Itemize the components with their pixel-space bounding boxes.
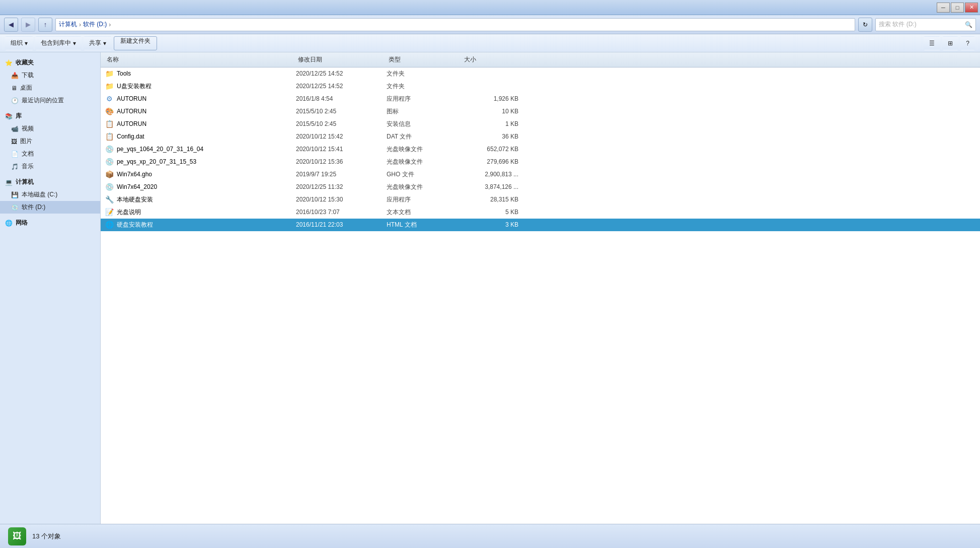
- sidebar-favorites-label: 收藏夹: [16, 58, 34, 67]
- sidebar-item-video[interactable]: 📹 视频: [0, 122, 100, 135]
- sidebar-item-downloads[interactable]: 📥 下载: [0, 69, 100, 82]
- breadcrumb-drive[interactable]: 软件 (D:): [83, 20, 107, 29]
- col-name[interactable]: 名称: [105, 54, 296, 65]
- downloads-label: 下载: [22, 71, 34, 80]
- file-type: 光盘映像文件: [387, 158, 462, 166]
- table-row[interactable]: 📁 Tools 2020/12/25 14:52 文件夹: [101, 67, 980, 80]
- up-button[interactable]: ↑: [38, 18, 52, 32]
- sidebar-network-section: 🌐 网络: [0, 217, 100, 229]
- breadcrumb-computer[interactable]: 计算机: [59, 20, 77, 29]
- sidebar-item-local-d[interactable]: 💿 软件 (D:): [0, 201, 100, 214]
- file-name-text: 硬盘安装教程: [117, 221, 153, 229]
- file-name-text: 光盘说明: [117, 208, 141, 217]
- recent-label: 最近访问的位置: [22, 96, 64, 105]
- document-label: 文档: [22, 150, 34, 158]
- table-row[interactable]: 🔧 本地硬盘安装 2020/10/12 15:30 应用程序 28,315 KB: [101, 193, 980, 206]
- file-name-cell: 📋 AUTORUN: [105, 119, 296, 128]
- file-size: 1 KB: [462, 120, 522, 127]
- document-icon: 📄: [11, 151, 19, 158]
- sidebar-computer-section: 💻 计算机 💾 本地磁盘 (C:) 💿 软件 (D:): [0, 176, 100, 214]
- local-d-icon: 💿: [11, 204, 19, 211]
- file-name-cell: 💿 Win7x64_2020: [105, 182, 296, 191]
- table-row[interactable]: 📋 Config.dat 2020/10/12 15:42 DAT 文件 36 …: [101, 130, 980, 143]
- file-type: 文件夹: [387, 82, 462, 91]
- help-button[interactable]: ?: [960, 36, 975, 50]
- table-row[interactable]: 📁 U盘安装教程 2020/12/25 14:52 文件夹: [101, 80, 980, 93]
- table-row[interactable]: 💿 pe_yqs_1064_20_07_31_16_04 2020/10/12 …: [101, 143, 980, 156]
- image-icon: 🖼: [11, 138, 17, 145]
- file-name-text: pe_yqs_xp_20_07_31_15_53: [117, 158, 196, 165]
- sidebar-item-music[interactable]: 🎵 音乐: [0, 160, 100, 173]
- view-button[interactable]: ☰: [924, 36, 940, 50]
- share-label: 共享: [89, 39, 101, 47]
- sidebar-network-label: 网络: [16, 219, 28, 227]
- organize-arrow: ▾: [25, 40, 28, 47]
- search-box[interactable]: 搜索 软件 (D:) 🔍: [875, 18, 976, 31]
- file-type: DAT 文件: [387, 132, 462, 141]
- file-size: 3 KB: [462, 221, 522, 228]
- sidebar-item-recent[interactable]: 🕐 最近访问的位置: [0, 94, 100, 107]
- local-c-icon: 💾: [11, 191, 19, 198]
- file-name-cell: 📦 Win7x64.gho: [105, 170, 296, 179]
- include-library-button[interactable]: 包含到库中 ▾: [35, 36, 82, 50]
- file-size: 10 KB: [462, 108, 522, 115]
- file-type: 应用程序: [387, 95, 462, 103]
- forward-button[interactable]: ▶: [21, 18, 35, 32]
- table-row[interactable]: 📝 光盘说明 2016/10/23 7:07 文本文档 5 KB: [101, 206, 980, 219]
- breadcrumb[interactable]: 计算机 › 软件 (D:) ›: [55, 18, 855, 31]
- file-size: 652,072 KB: [462, 146, 522, 153]
- file-type: 安装信息: [387, 120, 462, 128]
- sidebar-library-header[interactable]: 📚 库: [0, 110, 100, 122]
- file-name-cell: 🔧 本地硬盘安装: [105, 195, 296, 204]
- file-name-cell: 💿 pe_yqs_xp_20_07_31_15_53: [105, 157, 296, 166]
- sidebar-item-image[interactable]: 🖼 图片: [0, 135, 100, 148]
- table-row[interactable]: 🌐 硬盘安装教程 2016/11/21 22:03 HTML 文档 3 KB: [101, 219, 980, 231]
- network-icon: 🌐: [5, 220, 13, 227]
- organize-button[interactable]: 组织 ▾: [5, 36, 33, 50]
- table-row[interactable]: 🎨 AUTORUN 2015/5/10 2:45 图标 10 KB: [101, 105, 980, 118]
- maximize-button[interactable]: □: [951, 3, 964, 13]
- view-toggle-button[interactable]: ⊞: [942, 36, 958, 50]
- file-type: 光盘映像文件: [387, 183, 462, 191]
- file-icon: 💿: [105, 182, 114, 191]
- refresh-button[interactable]: ↻: [858, 18, 872, 32]
- back-button[interactable]: ◀: [4, 18, 18, 32]
- file-size: 279,696 KB: [462, 158, 522, 165]
- file-icon: 🔧: [105, 195, 114, 204]
- desktop-icon: 🖥: [11, 85, 17, 92]
- close-button[interactable]: ✕: [965, 3, 978, 13]
- file-name-text: 本地硬盘安装: [117, 195, 153, 204]
- file-name-cell: 📁 Tools: [105, 69, 296, 78]
- sidebar-network-header[interactable]: 🌐 网络: [0, 217, 100, 229]
- sidebar-item-local-c[interactable]: 💾 本地磁盘 (C:): [0, 188, 100, 201]
- file-name-text: Tools: [117, 70, 131, 77]
- new-folder-button[interactable]: 新建文件夹: [114, 36, 157, 50]
- col-modified[interactable]: 修改日期: [296, 54, 387, 65]
- sidebar-item-document[interactable]: 📄 文档: [0, 148, 100, 160]
- file-name-cell: 📁 U盘安装教程: [105, 82, 296, 91]
- share-button[interactable]: 共享 ▾: [84, 36, 112, 50]
- table-row[interactable]: 📋 AUTORUN 2015/5/10 2:45 安装信息 1 KB: [101, 118, 980, 130]
- minimize-button[interactable]: ─: [937, 3, 950, 13]
- main-content: ⭐ 收藏夹 📥 下载 🖥 桌面 🕐 最近访问的位置 📚 库 📹: [0, 52, 980, 524]
- local-d-label: 软件 (D:): [22, 203, 45, 212]
- file-date: 2020/12/25 14:52: [296, 70, 387, 77]
- sidebar-favorites-header[interactable]: ⭐ 收藏夹: [0, 56, 100, 69]
- table-row[interactable]: ⚙ AUTORUN 2016/1/8 4:54 应用程序 1,926 KB: [101, 93, 980, 105]
- table-row[interactable]: 💿 Win7x64_2020 2020/12/25 11:32 光盘映像文件 3…: [101, 181, 980, 193]
- file-size: 3,874,126 ...: [462, 183, 522, 190]
- col-type[interactable]: 类型: [387, 54, 462, 65]
- music-icon: 🎵: [11, 163, 19, 170]
- file-date: 2015/5/10 2:45: [296, 108, 387, 115]
- file-icon: 💿: [105, 145, 114, 154]
- table-row[interactable]: 📦 Win7x64.gho 2019/9/7 19:25 GHO 文件 2,90…: [101, 168, 980, 181]
- file-size: 36 KB: [462, 133, 522, 140]
- file-type: GHO 文件: [387, 170, 462, 179]
- table-row[interactable]: 💿 pe_yqs_xp_20_07_31_15_53 2020/10/12 15…: [101, 156, 980, 168]
- sidebar-computer-header[interactable]: 💻 计算机: [0, 176, 100, 188]
- toolbar: 组织 ▾ 包含到库中 ▾ 共享 ▾ 新建文件夹 ☰ ⊞ ?: [0, 34, 980, 52]
- file-size: 28,315 KB: [462, 196, 522, 203]
- sidebar-item-desktop[interactable]: 🖥 桌面: [0, 82, 100, 94]
- col-size[interactable]: 大小: [462, 54, 522, 65]
- file-icon: ⚙: [105, 94, 114, 103]
